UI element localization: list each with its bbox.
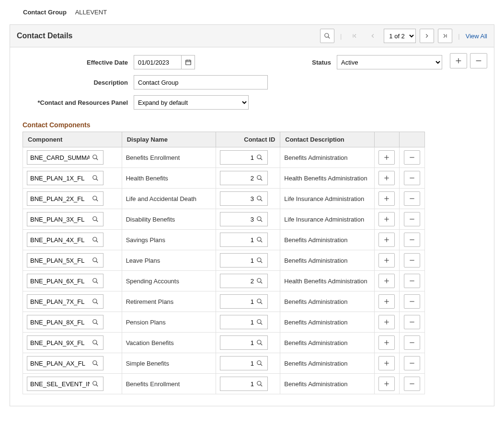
find-button[interactable]: [320, 29, 334, 43]
contact-id-lookup-button[interactable]: [256, 360, 263, 367]
col-contact-id: Contact ID: [216, 132, 280, 147]
minus-icon: [409, 216, 415, 223]
row-add-button[interactable]: [378, 253, 395, 268]
row-add-button[interactable]: [378, 233, 395, 247]
svg-point-60: [93, 299, 97, 303]
display-name-cell: Simple Benefits: [126, 360, 169, 367]
row-add-button[interactable]: [378, 212, 395, 226]
search-icon: [256, 360, 263, 367]
minus-icon: [409, 339, 415, 346]
contact-id-lookup-button[interactable]: [256, 216, 263, 223]
row-delete-button[interactable]: [404, 294, 420, 309]
calendar-button[interactable]: [182, 55, 195, 69]
calendar-icon: [185, 59, 192, 66]
component-lookup-button[interactable]: [92, 278, 99, 284]
effective-date-label: Effective Date: [17, 59, 128, 66]
contact-id-lookup-button[interactable]: [256, 154, 263, 161]
contact-id-lookup-button[interactable]: [256, 236, 263, 243]
contact-id-lookup-button[interactable]: [256, 175, 263, 181]
col-component: Component: [23, 132, 122, 147]
last-page-button[interactable]: [438, 29, 452, 43]
row-delete-button[interactable]: [404, 274, 420, 288]
plus-icon: [383, 278, 390, 284]
contact-id-lookup-button[interactable]: [256, 257, 263, 264]
row-add-button[interactable]: [378, 171, 395, 185]
component-field: [27, 191, 118, 206]
panel-title: Contact Details: [17, 32, 72, 40]
next-page-button[interactable]: [420, 29, 434, 43]
contact-id-lookup-button[interactable]: [256, 339, 263, 346]
svg-line-70: [261, 323, 263, 325]
display-name-cell: Benefits Enrollment: [126, 380, 180, 388]
contact-desc-cell: Benefits Administration: [284, 339, 347, 346]
row-delete-button[interactable]: [404, 315, 420, 329]
component-field: [27, 150, 118, 165]
svg-point-62: [257, 299, 261, 303]
row-add-button[interactable]: [378, 274, 395, 288]
row-delete-button[interactable]: [404, 356, 420, 370]
row-delete-button[interactable]: [404, 150, 420, 165]
contact-desc-cell: Benefits Administration: [284, 360, 347, 367]
row-add-button[interactable]: [378, 377, 395, 391]
minus-icon: [475, 57, 482, 65]
contact-id-lookup-button[interactable]: [256, 380, 263, 387]
row-delete-button[interactable]: [404, 233, 420, 247]
pager: | 1 of 22 of 2 | View All: [320, 29, 487, 43]
contact-group-label: Contact Group: [23, 9, 67, 16]
component-lookup-button[interactable]: [92, 380, 99, 387]
delete-row-top-button[interactable]: [470, 53, 487, 68]
description-input[interactable]: [134, 75, 268, 89]
row-add-button[interactable]: [378, 335, 395, 350]
component-lookup-button[interactable]: [92, 216, 99, 223]
component-lookup-button[interactable]: [92, 236, 99, 243]
status-select[interactable]: ActiveInactive: [337, 55, 442, 69]
row-delete-button[interactable]: [404, 253, 420, 268]
contact-id-lookup-button[interactable]: [256, 298, 263, 305]
svg-point-25: [93, 196, 97, 200]
table-row: Leave PlansBenefits Administration: [23, 250, 425, 271]
component-lookup-button[interactable]: [92, 195, 99, 202]
contact-id-field: [220, 274, 276, 288]
component-lookup-button[interactable]: [92, 257, 99, 264]
component-lookup-button[interactable]: [92, 319, 99, 325]
display-name-cell: Life and Accidental Death: [126, 195, 196, 202]
contact-id-lookup-button[interactable]: [256, 319, 263, 325]
page-select[interactable]: 1 of 22 of 2: [384, 29, 416, 43]
contact-id-field: [220, 171, 276, 185]
effective-date-input[interactable]: [134, 55, 182, 69]
table-row: Savings PlansBenefits Administration: [23, 230, 425, 250]
svg-line-28: [261, 200, 263, 201]
svg-point-90: [257, 381, 261, 385]
component-lookup-button[interactable]: [92, 360, 99, 367]
add-row-top-button[interactable]: [450, 53, 467, 68]
row-delete-button[interactable]: [404, 191, 420, 206]
svg-line-75: [96, 344, 98, 346]
component-lookup-button[interactable]: [92, 154, 99, 161]
row-delete-button[interactable]: [404, 335, 420, 350]
panel-mode-select[interactable]: Expand by defaultCollapse by default: [134, 95, 249, 110]
search-icon: [92, 154, 99, 161]
contact-id-field: [220, 150, 276, 165]
row-delete-button[interactable]: [404, 212, 420, 226]
contact-id-field: [220, 315, 276, 329]
row-add-button[interactable]: [378, 150, 395, 165]
row-delete-button[interactable]: [404, 171, 420, 185]
contact-id-lookup-button[interactable]: [256, 195, 263, 202]
component-field: [27, 377, 118, 391]
row-add-button[interactable]: [378, 356, 395, 370]
component-lookup-button[interactable]: [92, 339, 99, 346]
component-lookup-button[interactable]: [92, 298, 99, 305]
row-add-button[interactable]: [378, 191, 395, 206]
view-all-link[interactable]: View All: [466, 33, 487, 40]
contact-id-lookup-button[interactable]: [256, 278, 263, 284]
components-grid: Component Display Name Contact ID Contac…: [23, 132, 425, 394]
row-add-button[interactable]: [378, 294, 395, 309]
search-icon: [256, 319, 263, 325]
row-add-button[interactable]: [378, 315, 395, 329]
status-label: Status: [283, 59, 331, 66]
svg-line-54: [96, 282, 98, 284]
svg-line-68: [96, 323, 98, 325]
search-icon: [92, 216, 99, 223]
component-lookup-button[interactable]: [92, 175, 99, 181]
row-delete-button[interactable]: [404, 377, 420, 391]
